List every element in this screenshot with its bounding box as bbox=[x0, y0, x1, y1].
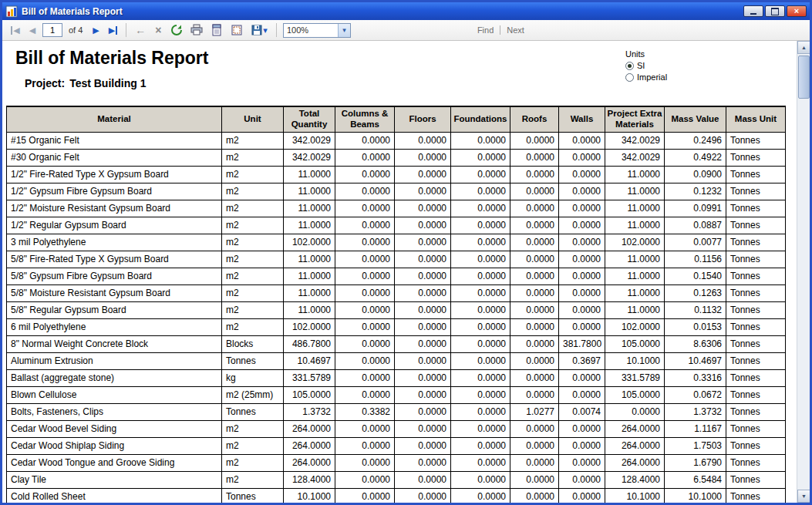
report-title: Bill of Materials Report bbox=[15, 48, 797, 69]
maximize-button[interactable] bbox=[765, 5, 785, 17]
table-cell: 102.0000 bbox=[605, 234, 665, 251]
export-button[interactable] bbox=[248, 22, 270, 38]
print-button[interactable] bbox=[188, 22, 205, 38]
page-setup-button[interactable] bbox=[228, 22, 245, 38]
table-cell: 8" Normal Weight Concrete Block bbox=[7, 335, 222, 352]
table-cell: 0.0000 bbox=[559, 183, 605, 200]
table-cell: 0.0000 bbox=[510, 166, 559, 183]
find-next-button[interactable]: Next bbox=[500, 25, 524, 35]
print-layout-icon bbox=[211, 24, 223, 36]
table-cell: m2 bbox=[222, 234, 284, 251]
table-row: 3 mil Polyethylenem2102.00000.00000.0000… bbox=[7, 234, 786, 251]
table-cell: 0.0000 bbox=[395, 403, 451, 420]
table-cell: 0.0000 bbox=[395, 183, 451, 200]
table-cell: 0.0000 bbox=[510, 149, 559, 166]
print-layout-button[interactable] bbox=[208, 22, 225, 38]
stop-rendering-button[interactable] bbox=[151, 22, 165, 38]
table-cell: Tonnes bbox=[726, 437, 786, 454]
table-cell: 0.0000 bbox=[451, 352, 510, 369]
scrollbar-thumb[interactable] bbox=[798, 56, 810, 99]
table-cell: m2 bbox=[222, 166, 284, 183]
close-button[interactable] bbox=[787, 5, 807, 17]
table-cell: 0.0000 bbox=[451, 284, 510, 301]
table-cell: 342.0029 bbox=[605, 132, 665, 149]
table-cell: 0.0000 bbox=[395, 217, 451, 234]
table-cell: 0.0000 bbox=[510, 369, 559, 386]
table-cell: 0.0000 bbox=[335, 454, 395, 471]
column-header: Walls bbox=[559, 106, 605, 132]
page-number-input[interactable] bbox=[42, 23, 62, 37]
table-cell: Tonnes bbox=[726, 132, 786, 149]
table-cell: 0.0000 bbox=[559, 132, 605, 149]
table-cell: 0.0000 bbox=[559, 200, 605, 217]
previous-page-button[interactable] bbox=[25, 22, 39, 38]
table-cell: 0.3316 bbox=[665, 369, 726, 386]
table-cell: 0.0153 bbox=[665, 318, 726, 335]
find-button[interactable]: Find bbox=[477, 25, 500, 35]
table-cell: Tonnes bbox=[726, 335, 786, 352]
app-window: Bill of Materials Report of 4 bbox=[0, 0, 812, 505]
table-cell: 264.0000 bbox=[284, 420, 335, 437]
window-title: Bill of Materials Report bbox=[22, 6, 740, 17]
table-cell: 1/2" Gypsum Fibre Gypsum Board bbox=[7, 183, 222, 200]
zoom-select[interactable]: 100% ▾ bbox=[283, 23, 351, 38]
radio-si[interactable]: SI bbox=[625, 61, 667, 70]
table-cell: 0.0000 bbox=[395, 284, 451, 301]
minimize-icon bbox=[750, 8, 756, 15]
minimize-button[interactable] bbox=[743, 5, 763, 17]
column-header: Unit bbox=[222, 106, 284, 132]
page-setup-icon bbox=[231, 24, 243, 36]
table-cell: Tonnes bbox=[726, 420, 786, 437]
refresh-button[interactable] bbox=[168, 22, 185, 38]
table-cell: 0.0000 bbox=[335, 318, 395, 335]
table-cell: Tonnes bbox=[726, 166, 786, 183]
find-controls: Find Next bbox=[477, 25, 524, 35]
table-row: 1/2" Fire-Rated Type X Gypsum Boardm211.… bbox=[7, 166, 786, 183]
table-cell: Cedar Wood Bevel Siding bbox=[7, 420, 222, 437]
table-cell: 0.0000 bbox=[559, 284, 605, 301]
column-header: Mass Value bbox=[665, 106, 726, 132]
table-cell: 0.0000 bbox=[559, 217, 605, 234]
table-row: 5/8" Regular Gypsum Boardm211.00000.0000… bbox=[7, 301, 786, 318]
back-to-parent-button[interactable] bbox=[133, 22, 148, 38]
table-cell: 0.0000 bbox=[510, 420, 559, 437]
table-cell: 1/2" Regular Gypsum Board bbox=[7, 217, 222, 234]
table-cell: 0.0000 bbox=[395, 386, 451, 403]
table-cell: 342.0029 bbox=[605, 149, 665, 166]
table-cell: 11.0000 bbox=[284, 166, 335, 183]
table-cell: 0.0000 bbox=[395, 454, 451, 471]
table-cell: 0.0000 bbox=[559, 149, 605, 166]
title-bar: Bill of Materials Report bbox=[2, 2, 810, 20]
table-cell: 105.0000 bbox=[284, 386, 335, 403]
table-cell: 0.0000 bbox=[335, 251, 395, 268]
project-line: Project:Test Building 1 bbox=[25, 77, 797, 89]
table-cell: 11.0000 bbox=[284, 251, 335, 268]
scroll-down-button[interactable]: ▼ bbox=[797, 490, 810, 503]
table-cell: 1.3732 bbox=[665, 403, 726, 420]
radio-imperial[interactable]: Imperial bbox=[625, 72, 667, 82]
table-cell: 0.0000 bbox=[510, 132, 559, 149]
table-cell: 264.0000 bbox=[605, 454, 665, 471]
table-cell: 0.1263 bbox=[665, 284, 726, 301]
scroll-up-button[interactable]: ▲ bbox=[797, 41, 810, 54]
next-page-button[interactable] bbox=[89, 22, 103, 38]
table-cell: 0.0000 bbox=[335, 352, 395, 369]
table-cell: m2 bbox=[222, 301, 284, 318]
table-cell: 10.1000 bbox=[665, 488, 726, 503]
last-page-button[interactable] bbox=[106, 22, 120, 38]
column-header: Columns & Beams bbox=[335, 106, 395, 132]
table-cell: 0.0000 bbox=[559, 386, 605, 403]
table-cell: 11.0000 bbox=[605, 284, 665, 301]
table-cell: 1.6790 bbox=[665, 454, 726, 471]
table-row: 6 mil Polyethylenem2102.00000.00000.0000… bbox=[7, 318, 786, 335]
toolbar-separator bbox=[126, 23, 126, 37]
table-cell: 0.0000 bbox=[451, 386, 510, 403]
table-body: #15 Organic Feltm2342.00290.00000.00000.… bbox=[7, 132, 786, 503]
first-page-button[interactable] bbox=[8, 22, 22, 38]
table-cell: 0.0000 bbox=[335, 301, 395, 318]
table-cell: 0.0887 bbox=[665, 217, 726, 234]
table-cell: 1.0277 bbox=[510, 403, 559, 420]
table-cell: Tonnes bbox=[726, 234, 786, 251]
window-controls bbox=[743, 5, 807, 17]
vertical-scrollbar[interactable]: ▲ ▼ bbox=[797, 41, 810, 503]
